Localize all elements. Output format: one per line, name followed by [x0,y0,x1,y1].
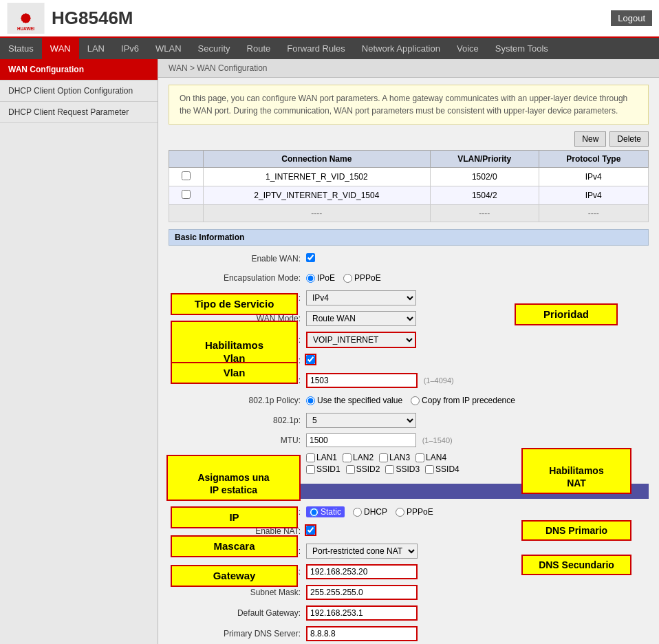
service-type-select[interactable]: VOIP_INTERNET INTERNET VOIP TR069 OTHER [306,332,416,348]
nav-lan[interactable]: LAN [79,38,113,59]
lan3-option[interactable]: LAN3 [379,453,410,462]
protocol-type-select[interactable]: IPv4 IPv6 IPv4/IPv6 [306,290,416,305]
row1-vlan: 1502/0 [430,168,539,186]
nav-system-tools[interactable]: System Tools [487,38,557,59]
nav-security[interactable]: Security [190,38,239,59]
row3-protocol: ---- [539,205,648,222]
policy-label: 802.1p Policy: [169,396,306,405]
sidebar: WAN Configuration DHCP Client Option Con… [0,59,158,644]
enable-nat-checkbox[interactable] [306,526,315,535]
mtu-input[interactable] [306,433,416,447]
gateway-input[interactable] [306,605,418,621]
policy-copy[interactable]: Copy from IP precedence [411,396,515,405]
enable-vlan-checkbox[interactable] [306,355,315,364]
mtu-hint: (1–1540) [422,436,453,444]
table-row: 2_IPTV_INTERNET_R_VID_1504 1504/2 IPv4 [169,186,649,205]
enable-wan-label: Enable WAN: [169,254,306,264]
policy-specified[interactable]: Use the specified value [306,396,402,405]
pppoe-ip-option[interactable]: PPPoE [396,507,433,517]
info-box: On this page, you can configure WAN port… [169,85,649,125]
header-left: HUAWEI HG8546M [7,3,133,34]
p8021p-control: 01234567 [306,413,649,428]
vlan-id-control: (1–4094) [306,373,649,388]
subnet-control [306,585,649,600]
ssid3-option[interactable]: SSID3 [385,464,420,474]
dhcp-option[interactable]: DHCP [353,507,387,517]
enable-wan-control [306,253,649,264]
lan2-option[interactable]: LAN2 [343,453,374,462]
table-row-dash: ---- ---- ---- [169,205,649,222]
pppoe-option[interactable]: PPPoE [343,273,381,283]
vlan-priority-header: VLAN/Priority [430,151,539,168]
primary-dns-control [306,626,649,641]
ip-addr-input[interactable] [306,564,418,579]
p8021p-select[interactable]: 01234567 [306,413,416,428]
nat-type-select[interactable]: Port-restricted cone NAT Full cone NAT R… [306,544,418,559]
breadcrumb: WAN > WAN Configuration [158,59,659,78]
row3-name: ---- [203,205,430,222]
sidebar-item-dhcp-request[interactable]: DHCP Client Request Parameter [0,102,158,123]
device-name: HG8546M [52,8,133,29]
subnet-label: Subnet Mask: [169,588,306,597]
row2-checkbox[interactable] [182,190,191,199]
annotation-tipo-servicio: Tipo de Servicio [171,293,298,315]
nav-route[interactable]: Route [239,38,279,59]
vlan-id-input[interactable] [306,373,418,388]
encap-mode-label: Encapsulation Mode: [169,273,306,283]
wan-mode-select[interactable]: Route WAN Bridge WAN [306,311,416,326]
annotation-dns-primario: DNS Primario [521,520,631,541]
sidebar-item-dhcp-option[interactable]: DHCP Client Option Configuration [0,80,158,102]
annotation-dns-secundario: DNS Secundario [521,555,631,575]
primary-dns-input[interactable] [306,626,418,641]
table-area: New Delete Connection Name VLAN/Priority… [169,131,649,222]
huawei-logo: HUAWEI [7,3,45,34]
lan4-option[interactable]: LAN4 [415,453,446,462]
nav-wlan[interactable]: WLAN [147,38,190,59]
delete-button[interactable]: Delete [609,131,649,147]
table-controls: New Delete [169,131,649,147]
connection-table: Connection Name VLAN/Priority Protocol T… [169,150,649,222]
service-type-control: VOIP_INTERNET INTERNET VOIP TR069 OTHER [306,332,649,348]
policy-control: Use the specified value Copy from IP pre… [306,396,649,405]
nav-ipv6[interactable]: IPv6 [113,38,147,59]
row1-name: 1_INTERNET_R_VID_1502 [203,168,430,186]
ssid1-option[interactable]: SSID1 [306,464,341,474]
p8021p-label: 802.1p: [169,416,306,425]
static-option[interactable]: Static [306,506,345,517]
logout-button[interactable]: Logout [611,10,652,26]
nav-forward-rules[interactable]: Forward Rules [279,38,354,59]
svg-text:HUAWEI: HUAWEI [17,26,34,31]
row2-protocol: IPv4 [539,186,648,205]
encap-mode-row: Encapsulation Mode: IPoE PPPoE [169,268,649,288]
new-button[interactable]: New [574,131,606,147]
page-wrapper: HUAWEI HG8546M Logout Status WAN LAN IPv… [0,0,659,644]
gateway-control [306,605,649,621]
row2-vlan: 1504/2 [430,186,539,205]
subnet-input[interactable] [306,585,418,600]
row1-checkbox[interactable] [182,171,191,180]
nav-status[interactable]: Status [0,38,42,59]
row1-protocol: IPv4 [539,168,648,186]
annotation-asignamos-ip: Asignamos una IP estatica [166,455,301,501]
nav-network-application[interactable]: Network Application [354,38,449,59]
sidebar-item-wan-config[interactable]: WAN Configuration [0,59,158,80]
enable-wan-row: Enable WAN: [169,249,649,268]
nav-wan[interactable]: WAN [42,38,79,59]
annotation-vlan: Vlan [171,362,298,384]
content-area: WAN > WAN Configuration On this page, yo… [158,59,659,644]
ssid2-option[interactable]: SSID2 [346,464,380,474]
mtu-label: MTU: [169,436,306,445]
nav-voice[interactable]: Voice [449,38,487,59]
checkbox-col-header [169,151,204,168]
primary-dns-label: Primary DNS Server: [169,629,306,638]
annotation-prioridad: Prioridad [515,303,618,325]
mtu-control: (1–1540) [306,433,649,447]
basic-info-title: Basic Information [169,229,649,246]
ipoe-option[interactable]: IPoE [306,273,335,283]
enable-wan-checkbox[interactable] [306,253,315,262]
ip-acq-control: Static DHCP PPPoE [306,506,649,517]
ssid4-option[interactable]: SSID4 [425,464,460,474]
lan1-option[interactable]: LAN1 [306,453,337,462]
annotation-habilitamos-nat: Habilitamos NAT [521,448,631,494]
protocol-type-header: Protocol Type [539,151,648,168]
